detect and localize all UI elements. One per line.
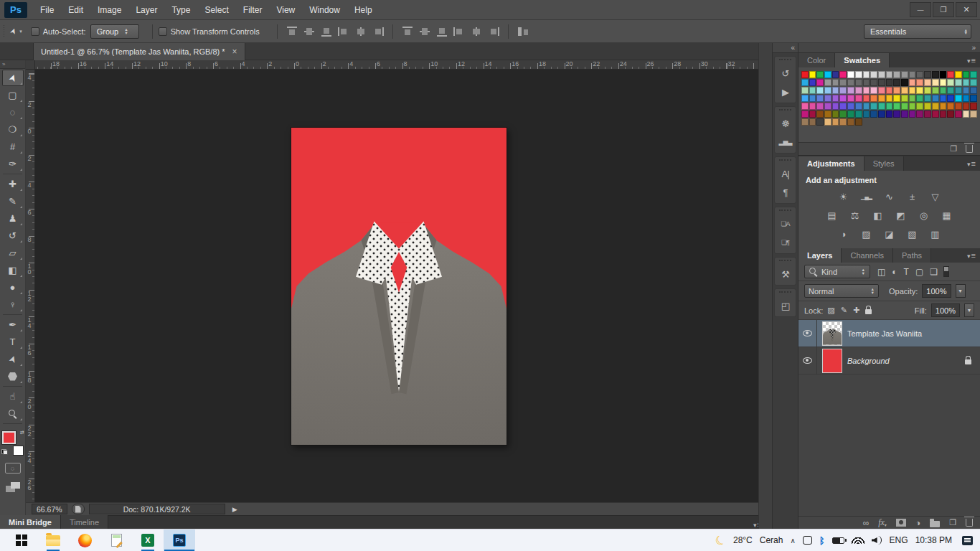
exposure-icon[interactable]: ± bbox=[903, 189, 922, 204]
swatch[interactable] bbox=[886, 95, 893, 102]
new-adjustment-layer-icon[interactable]: ◑ bbox=[915, 518, 920, 528]
swatch[interactable] bbox=[863, 79, 870, 86]
document-tab[interactable]: Untitled-1 @ 66.7% (Template Jas Waniita… bbox=[33, 43, 245, 60]
swatch[interactable] bbox=[970, 110, 977, 118]
menu-file[interactable]: File bbox=[33, 0, 61, 20]
swatch[interactable] bbox=[824, 118, 831, 126]
swatch[interactable] bbox=[847, 87, 854, 94]
dodge-tool[interactable]: ♀ bbox=[2, 296, 24, 313]
swatch[interactable] bbox=[839, 103, 847, 110]
swatch[interactable] bbox=[863, 103, 870, 110]
swatch[interactable] bbox=[940, 103, 947, 110]
levels-icon[interactable]: ▁▄▂ bbox=[857, 189, 876, 204]
filter-adjustment-layers-icon[interactable]: ◐ bbox=[892, 267, 897, 277]
swatch[interactable] bbox=[878, 110, 885, 118]
swatch[interactable] bbox=[832, 71, 839, 78]
properties-panel-icon[interactable]: ◰ bbox=[775, 296, 796, 315]
swatch[interactable] bbox=[870, 110, 877, 118]
hue-saturation-icon[interactable]: ▤ bbox=[823, 207, 842, 223]
swatch[interactable] bbox=[901, 103, 908, 110]
menu-edit[interactable]: Edit bbox=[61, 0, 90, 20]
filter-pixel-layers-icon[interactable]: ◫ bbox=[877, 267, 885, 277]
swatch[interactable] bbox=[824, 79, 831, 86]
tray-overflow-icon[interactable]: ∧ bbox=[790, 537, 795, 545]
actions-panel-icon[interactable]: ▶ bbox=[775, 83, 796, 101]
swatch[interactable] bbox=[940, 87, 947, 94]
swatch[interactable] bbox=[955, 110, 962, 118]
ruler-horizontal[interactable]: 1816141210864202468101214161820222426283… bbox=[35, 60, 758, 70]
swatch[interactable] bbox=[816, 118, 824, 126]
swatch[interactable] bbox=[901, 79, 908, 86]
swatch[interactable] bbox=[855, 118, 862, 126]
swatch[interactable] bbox=[801, 79, 809, 86]
swatch[interactable] bbox=[909, 110, 916, 118]
swatch[interactable] bbox=[809, 87, 816, 94]
swatch[interactable] bbox=[909, 87, 916, 94]
swatch[interactable] bbox=[886, 79, 893, 86]
distribute-bottom-edges-icon[interactable] bbox=[435, 26, 448, 37]
lock-pixels-icon[interactable]: ✎ bbox=[841, 306, 847, 315]
minimize-button[interactable] bbox=[910, 2, 931, 17]
filter-shape-layers-icon[interactable]: ▢ bbox=[915, 267, 923, 277]
invert-icon[interactable]: ◑ bbox=[834, 226, 853, 242]
layer-row[interactable]: Background bbox=[798, 347, 980, 375]
swatch[interactable] bbox=[909, 95, 916, 102]
swatch[interactable] bbox=[909, 103, 916, 110]
swatch[interactable] bbox=[940, 71, 947, 78]
notepad[interactable] bbox=[100, 529, 132, 551]
swatch[interactable] bbox=[801, 71, 809, 78]
distribute-right-edges-icon[interactable] bbox=[487, 26, 500, 37]
swatch[interactable] bbox=[839, 79, 847, 86]
swatch[interactable] bbox=[855, 103, 862, 110]
clock[interactable]: 10:38 PM bbox=[915, 535, 952, 545]
swatch[interactable] bbox=[916, 79, 923, 86]
tab-channels[interactable]: Channels bbox=[842, 248, 892, 263]
tab-styles[interactable]: Styles bbox=[864, 156, 904, 171]
photo-filter-icon[interactable]: ◩ bbox=[892, 207, 910, 223]
swatch[interactable] bbox=[924, 110, 931, 118]
swatch[interactable] bbox=[901, 71, 908, 78]
swatch[interactable] bbox=[932, 110, 939, 118]
posterize-icon[interactable]: ▨ bbox=[857, 226, 876, 242]
swatch[interactable] bbox=[970, 71, 977, 78]
menu-view[interactable]: View bbox=[269, 0, 302, 20]
swatch[interactable] bbox=[924, 103, 931, 110]
swatch[interactable] bbox=[940, 110, 947, 118]
tab-swatches[interactable]: Swatches bbox=[835, 53, 890, 67]
swatch[interactable] bbox=[947, 103, 954, 110]
auto-select-dropdown[interactable]: Group bbox=[90, 24, 139, 39]
swatch[interactable] bbox=[963, 79, 970, 86]
swatch[interactable] bbox=[955, 79, 962, 86]
swatch[interactable] bbox=[924, 79, 931, 86]
swatch[interactable] bbox=[955, 71, 962, 78]
status-options-arrow[interactable]: ▶ bbox=[232, 506, 237, 513]
swatch[interactable] bbox=[847, 103, 854, 110]
swatch[interactable] bbox=[847, 110, 854, 118]
restore-button[interactable] bbox=[933, 2, 954, 17]
swatch[interactable] bbox=[855, 87, 862, 94]
swatch[interactable] bbox=[932, 103, 939, 110]
swatch[interactable] bbox=[955, 103, 962, 110]
swatch[interactable] bbox=[824, 95, 831, 102]
swatch[interactable] bbox=[870, 71, 877, 78]
color-balance-icon[interactable]: ⚖ bbox=[846, 207, 864, 223]
brightness-contrast-icon[interactable]: ☀ bbox=[834, 189, 853, 204]
move-tool-preset[interactable]: ➤▾ bbox=[10, 27, 22, 36]
opacity-value[interactable]: 100% bbox=[922, 284, 951, 298]
swatch[interactable] bbox=[878, 79, 885, 86]
swatch[interactable] bbox=[847, 95, 854, 102]
swatch[interactable] bbox=[963, 87, 970, 94]
swatch[interactable] bbox=[924, 87, 931, 94]
histogram-panel-icon[interactable]: ▂▅▃ bbox=[775, 133, 796, 151]
menu-window[interactable]: Window bbox=[302, 0, 347, 20]
type-tool[interactable]: T bbox=[2, 334, 24, 350]
swatch[interactable] bbox=[916, 87, 923, 94]
swatch[interactable] bbox=[855, 79, 862, 86]
swatch[interactable] bbox=[955, 87, 962, 94]
swatch[interactable] bbox=[886, 87, 893, 94]
swatch[interactable] bbox=[816, 79, 824, 86]
swatch[interactable] bbox=[893, 71, 900, 78]
path-selection-tool[interactable]: ➤ bbox=[2, 351, 24, 367]
layer-thumbnail[interactable] bbox=[823, 322, 842, 345]
tab-color[interactable]: Color bbox=[798, 53, 835, 67]
